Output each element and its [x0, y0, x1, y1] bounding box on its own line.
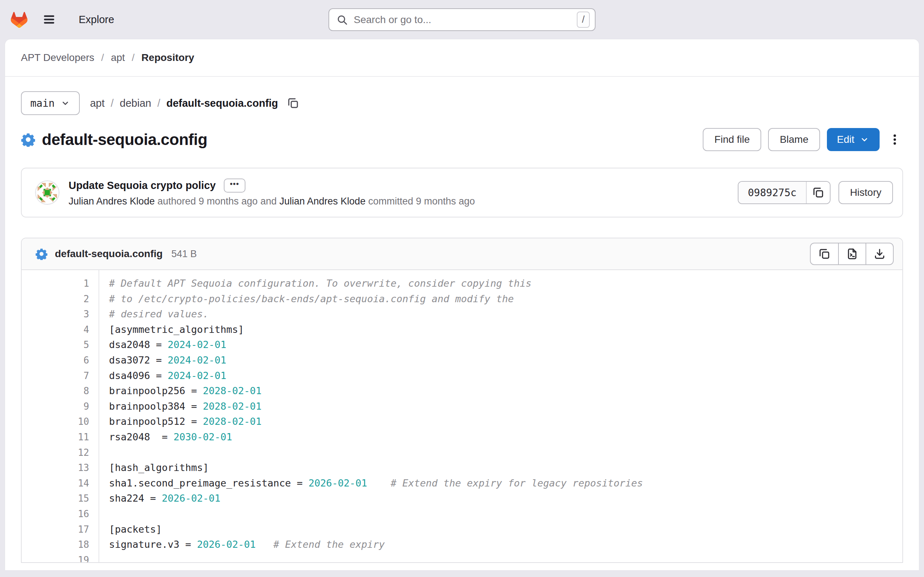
code-line: 9brainpoolp384 = 2028-02-01: [22, 399, 902, 414]
line-number[interactable]: 9: [22, 399, 99, 414]
edit-button-label: Edit: [837, 134, 855, 145]
code-text: [99, 445, 109, 461]
copy-file-contents-icon[interactable]: [811, 243, 838, 264]
code-text: [hash_algorithms]: [99, 460, 208, 475]
page-title: default-sequoia.config: [42, 131, 207, 148]
gitlab-logo-icon[interactable]: [11, 11, 27, 28]
line-number[interactable]: 18: [22, 537, 99, 553]
file-actions-group: [810, 243, 894, 265]
top-navbar: Explore Search or go to... /: [0, 0, 924, 39]
code-line: 18signature.v3 = 2026-02-01 # Extend the…: [22, 537, 902, 553]
code-view: 1# Default APT Sequoia configuration. To…: [22, 270, 902, 562]
path-separator: /: [157, 97, 160, 109]
line-number[interactable]: 19: [22, 553, 99, 562]
code-text: rsa2048 = 2030-02-01: [99, 429, 232, 445]
code-text: signature.v3 = 2026-02-01 # Extend the e…: [99, 537, 385, 553]
nav-item-explore[interactable]: Explore: [79, 14, 114, 26]
code-line: 15sha224 = 2026-02-01: [22, 491, 902, 506]
code-text: # Default APT Sequoia configuration. To …: [99, 276, 531, 292]
line-number[interactable]: 5: [22, 337, 99, 353]
code-line: 7dsa4096 = 2024-02-01: [22, 368, 902, 384]
branch-selector[interactable]: main: [21, 91, 80, 115]
line-number[interactable]: 1: [22, 276, 99, 292]
ref-and-path-row: main apt / debian / default-sequoia.conf…: [21, 91, 903, 115]
history-button[interactable]: History: [838, 181, 893, 204]
code-line: 3# desired values.: [22, 306, 902, 322]
code-line: 2# to /etc/crypto-policies/back-ends/apt…: [22, 292, 902, 307]
path-segment[interactable]: apt: [90, 97, 104, 109]
code-line: 8brainpoolp256 = 2028-02-01: [22, 384, 902, 399]
line-number[interactable]: 4: [22, 322, 99, 338]
download-icon[interactable]: [866, 243, 893, 264]
commit-committer-link[interactable]: Julian Andres Klode: [279, 196, 366, 206]
breadcrumb-separator: /: [101, 52, 104, 63]
code-line: 10brainpoolp512 = 2028-02-01: [22, 414, 902, 429]
line-number[interactable]: 14: [22, 475, 99, 491]
breadcrumb-separator: /: [132, 52, 135, 63]
path-segment[interactable]: debian: [120, 97, 151, 109]
main-panel: APT Developers / apt / Repository main a…: [5, 39, 919, 570]
commit-sha: 0989275c: [738, 182, 806, 203]
code-text: [99, 506, 109, 522]
breadcrumb: APT Developers / apt / Repository: [5, 39, 919, 77]
line-number[interactable]: 2: [22, 292, 99, 307]
line-number[interactable]: 8: [22, 384, 99, 399]
copy-path-icon[interactable]: [286, 96, 300, 110]
line-number[interactable]: 3: [22, 306, 99, 322]
code-line: 16: [22, 506, 902, 522]
search-placeholder: Search or go to...: [354, 14, 431, 26]
search-input[interactable]: Search or go to... /: [328, 8, 596, 31]
chevron-down-icon: [60, 98, 70, 108]
blame-button[interactable]: Blame: [768, 128, 820, 151]
code-text: dsa4096 = 2024-02-01: [99, 368, 226, 384]
code-text: [packets]: [99, 522, 162, 537]
search-shortcut-badge: /: [577, 11, 590, 28]
more-actions-kebab-icon[interactable]: [887, 128, 903, 151]
code-text: brainpoolp512 = 2028-02-01: [99, 414, 262, 429]
code-text: sha1.second_preimage_resistance = 2026-0…: [99, 475, 643, 491]
line-number[interactable]: 11: [22, 429, 99, 445]
file-viewer-header: default-sequoia.config 541 B: [22, 239, 902, 270]
line-number[interactable]: 12: [22, 445, 99, 461]
code-text: # to /etc/crypto-policies/back-ends/apt-…: [99, 292, 514, 307]
code-line: 6dsa3072 = 2024-02-01: [22, 353, 902, 368]
gutter-divider: [99, 270, 99, 562]
commit-sha-group: 0989275c: [738, 181, 830, 204]
code-text: [asymmetric_algorithms]: [99, 322, 244, 338]
config-file-gear-icon: [21, 132, 36, 147]
commit-author-avatar[interactable]: [36, 181, 59, 205]
search-icon: [336, 14, 348, 26]
line-number[interactable]: 13: [22, 460, 99, 475]
line-number[interactable]: 17: [22, 522, 99, 537]
commit-committed-text: committed 9 months ago: [368, 196, 475, 206]
find-file-button[interactable]: Find file: [703, 128, 761, 151]
code-text: dsa2048 = 2024-02-01: [99, 337, 226, 353]
config-file-gear-icon: [36, 248, 48, 260]
commit-description-toggle[interactable]: •••: [224, 179, 246, 193]
line-number[interactable]: 15: [22, 491, 99, 506]
code-text: brainpoolp384 = 2028-02-01: [99, 399, 262, 414]
file-size: 541 B: [171, 248, 197, 259]
hamburger-menu-icon[interactable]: [42, 12, 56, 27]
chevron-down-icon: [859, 134, 869, 145]
commit-author-link[interactable]: Julian Andres Klode: [69, 196, 155, 206]
commit-conjunction: and: [260, 196, 276, 206]
code-text: sha224 = 2026-02-01: [99, 491, 221, 506]
line-number[interactable]: 10: [22, 414, 99, 429]
edit-button[interactable]: Edit: [827, 128, 880, 151]
line-number[interactable]: 16: [22, 506, 99, 522]
breadcrumb-project[interactable]: apt: [111, 52, 125, 63]
code-line: 14sha1.second_preimage_resistance = 2026…: [22, 475, 902, 491]
breadcrumb-group[interactable]: APT Developers: [21, 52, 94, 63]
commit-meta: Julian Andres Klode authored 9 months ag…: [69, 196, 475, 207]
commit-message: Update Sequoia crypto policy: [69, 180, 216, 192]
code-line: 4[asymmetric_algorithms]: [22, 322, 902, 338]
copy-sha-icon[interactable]: [806, 182, 830, 203]
line-number[interactable]: 7: [22, 368, 99, 384]
last-commit-box: Update Sequoia crypto policy ••• Julian …: [21, 168, 903, 218]
line-number[interactable]: 6: [22, 353, 99, 368]
code-line: 5dsa2048 = 2024-02-01: [22, 337, 902, 353]
open-raw-file-icon[interactable]: [838, 243, 866, 264]
code-line: 17[packets]: [22, 522, 902, 537]
file-viewer: default-sequoia.config 541 B: [21, 238, 903, 563]
